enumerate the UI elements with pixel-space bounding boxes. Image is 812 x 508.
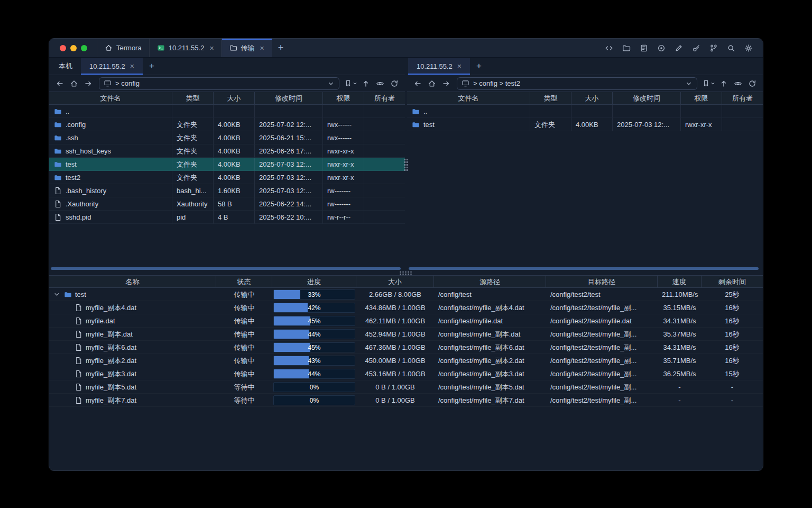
minimize-window-button[interactable] (70, 45, 77, 51)
chevron-down-icon[interactable] (327, 80, 335, 87)
add-panel-tab-button[interactable]: + (143, 58, 161, 75)
column-header[interactable]: 权限 (323, 92, 364, 105)
edit-button[interactable] (674, 43, 684, 53)
forward-button[interactable] (82, 78, 94, 89)
splitter-grip-icon (404, 158, 408, 172)
column-header[interactable]: 所有者 (364, 92, 405, 105)
chevron-down-icon[interactable] (685, 80, 693, 87)
close-window-button[interactable] (60, 45, 66, 51)
file-row[interactable]: .. (49, 105, 405, 118)
tab-remote-10.211.55.2[interactable]: 10.211.55.2 × (408, 58, 470, 75)
column-header[interactable]: 状态 (216, 275, 272, 288)
tab-transfer[interactable]: 传输 × (222, 39, 272, 57)
add-panel-tab-button[interactable]: + (470, 58, 488, 75)
close-icon[interactable]: × (130, 62, 134, 70)
file-row[interactable]: .ssh文件夹4.00KB2025-06-21 15:...rwx------ (49, 131, 405, 144)
file-row[interactable]: ssh_host_keys文件夹4.00KB2025-06-26 17:...r… (49, 144, 405, 158)
horizontal-scrollbar[interactable] (51, 267, 403, 270)
file-row[interactable]: .XauthorityXauthority58 B2025-06-22 14:.… (49, 197, 405, 211)
scrollbar-thumb[interactable] (409, 267, 759, 270)
column-header[interactable]: 剩余时间 (702, 275, 763, 288)
file-perm: rwxr-xr-x (323, 158, 364, 171)
home-button[interactable] (426, 78, 438, 89)
column-header[interactable]: 修改时间 (255, 92, 323, 105)
path-breadcrumb[interactable]: > config > test2 (457, 77, 697, 90)
transfer-row[interactable]: myfile_副本2.dat传输中43%450.00MB / 1.00GB/co… (49, 354, 763, 367)
code-button[interactable] (604, 43, 614, 53)
progress-label: 0% (274, 383, 355, 392)
file-type: 文件夹 (172, 158, 214, 171)
file-row[interactable]: .config文件夹4.00KB2025-07-02 12:...rwx----… (49, 118, 405, 131)
file-row[interactable]: .. (407, 105, 763, 118)
horizontal-scrollbar[interactable] (409, 267, 761, 270)
transfer-row[interactable]: myfile_副本7.dat等待中0%0 B / 1.00GB/config/t… (49, 394, 763, 407)
upload-button[interactable] (718, 78, 730, 89)
file-row[interactable]: sshd.pidpid4 B2025-06-22 10:...rw-r--r-- (49, 211, 405, 224)
transfer-row[interactable]: myfile_副本3.dat传输中44%453.16MB / 1.00GB/co… (49, 367, 763, 380)
transfer-splitter[interactable] (49, 271, 763, 275)
column-header[interactable]: 源路径 (434, 275, 546, 288)
file-table-header: 文件名类型大小修改时间权限所有者 (49, 92, 405, 105)
tab-remote-10.211.55.2[interactable]: 10.211.55.2 × (81, 58, 143, 75)
zoom-window-button[interactable] (81, 45, 87, 51)
close-icon[interactable]: × (209, 44, 214, 52)
refresh-button[interactable] (746, 78, 758, 89)
close-icon[interactable]: × (457, 62, 462, 70)
transfer-source-path: /config/test/myfile.dat (434, 314, 546, 328)
branch-button[interactable] (709, 43, 718, 53)
column-header[interactable]: 修改时间 (613, 92, 681, 105)
upload-button[interactable] (360, 78, 372, 89)
tab-local[interactable]: 本机 (50, 58, 81, 75)
column-header[interactable]: 所有者 (722, 92, 763, 105)
column-header[interactable]: 类型 (530, 92, 571, 105)
transfer-name: myfile_副本.dat (86, 328, 133, 341)
sftp-button[interactable] (622, 43, 631, 53)
column-header[interactable]: 权限 (681, 92, 722, 105)
file-row[interactable]: .bash_historybash_hi...1.60KB2025-07-03 … (49, 184, 405, 197)
column-header[interactable]: 大小 (214, 92, 255, 105)
tab-termora[interactable]: Termora (97, 39, 149, 57)
collapse-chevron-icon[interactable] (52, 291, 61, 298)
tab-session-10.211.55.2[interactable]: 10.211.55.2 × (149, 39, 222, 57)
path-breadcrumb[interactable]: > config (99, 77, 339, 90)
file-row[interactable]: test文件夹4.00KB2025-07-03 12:...rwxr-xr-x (407, 118, 763, 131)
file-row[interactable]: test文件夹4.00KB2025-07-03 12:...rwxr-xr-x (49, 158, 405, 171)
column-header[interactable]: 速度 (658, 275, 702, 288)
file-name-cell: ssh_host_keys (49, 144, 172, 158)
back-button[interactable] (412, 78, 423, 89)
file-perm (323, 105, 364, 118)
transfer-row[interactable]: myfile_副本6.dat传输中45%467.36MB / 1.00GB/co… (49, 341, 763, 354)
close-icon[interactable]: × (260, 44, 264, 52)
record-button[interactable] (657, 43, 666, 53)
transfer-row[interactable]: myfile_副本.dat传输中44%452.94MB / 1.00GB/con… (49, 328, 763, 341)
back-button[interactable] (54, 78, 66, 89)
transfer-row[interactable]: myfile_副本5.dat等待中0%0 B / 1.00GB/config/t… (49, 380, 763, 394)
column-header[interactable]: 文件名 (407, 92, 530, 105)
forward-button[interactable] (440, 78, 452, 89)
show-hidden-files-button[interactable] (732, 78, 744, 89)
scrollbar-thumb[interactable] (51, 267, 401, 270)
bookmarks-button[interactable] (344, 79, 357, 87)
column-header[interactable]: 类型 (172, 92, 214, 105)
transfer-row[interactable]: myfile.dat传输中45%462.11MB / 1.00GB/config… (49, 314, 763, 328)
file-row[interactable]: test2文件夹4.00KB2025-07-03 12:...rwxr-xr-x (49, 171, 405, 184)
search-button[interactable] (726, 43, 736, 53)
transfer-row[interactable]: myfile_副本4.dat传输中42%434.86MB / 1.00GB/co… (49, 301, 763, 314)
column-header[interactable]: 大小 (571, 92, 613, 105)
column-header[interactable]: 文件名 (49, 92, 172, 105)
column-header[interactable]: 名称 (49, 275, 216, 288)
column-header[interactable]: 进度 (272, 275, 356, 288)
transfer-row[interactable]: test传输中33%2.66GB / 8.00GB/config/test/co… (49, 288, 763, 301)
settings-button[interactable] (744, 43, 753, 53)
new-tab-button[interactable]: + (272, 39, 290, 57)
home-button[interactable] (68, 78, 80, 89)
log-button[interactable] (639, 43, 649, 53)
column-header[interactable]: 目标路径 (546, 275, 658, 288)
keys-button[interactable] (691, 43, 701, 53)
refresh-button[interactable] (389, 78, 400, 89)
panel-splitter[interactable] (405, 58, 407, 271)
show-hidden-files-button[interactable] (374, 78, 386, 89)
folder-icon (412, 121, 420, 129)
column-header[interactable]: 大小 (356, 275, 434, 288)
bookmarks-button[interactable] (702, 79, 715, 87)
